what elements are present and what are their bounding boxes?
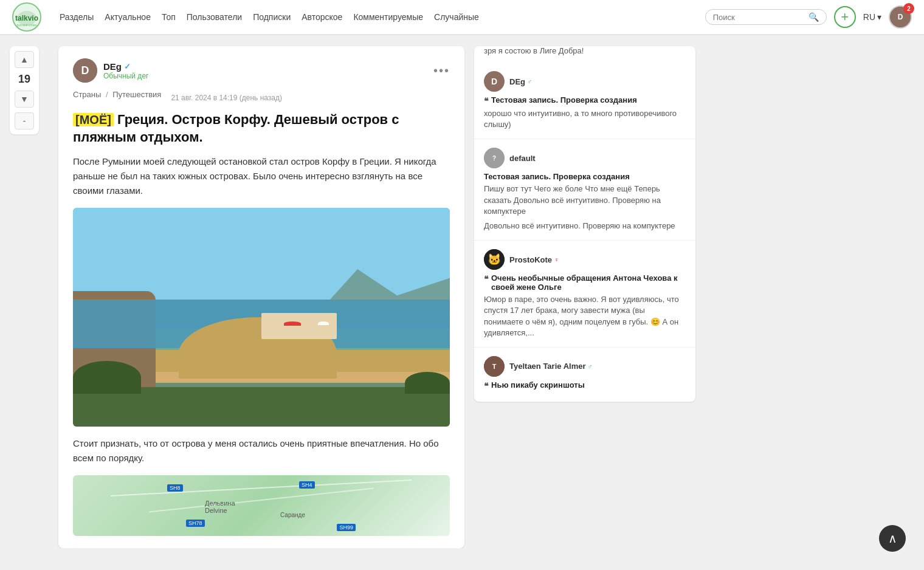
quote-icon: ❝: [484, 96, 489, 106]
left-sidebar: ▲ 19 ▼ -: [0, 34, 49, 548]
svg-text:talkvio: talkvio: [15, 14, 38, 22]
comment-text: Юмор в паре, это очень важно. Я вот удив…: [484, 294, 686, 338]
search-icon[interactable]: 🔍: [808, 12, 819, 22]
comment-name[interactable]: Tyeltaen Tarie Almer ♂: [509, 362, 593, 371]
nav-kommentiruemye[interactable]: Комментируемые: [353, 12, 423, 22]
comment-post-title[interactable]: ❝ Тестовая запись. Проверка создания: [484, 95, 686, 106]
author-role: Обычный дег: [103, 72, 148, 80]
map-badge-sh99: SH99: [337, 524, 356, 531]
comment-text: хорошо что интуитивно, а то много против…: [484, 108, 686, 130]
author-avatar[interactable]: D: [73, 58, 97, 83]
article-card: D DEg ✓ Обычный дег ••• Страны /: [58, 46, 464, 548]
map-label-sarande: Саранде: [280, 512, 305, 518]
svg-text:русское слово: русское слово: [17, 23, 37, 27]
vote-box: ▲ 19 ▼ -: [10, 46, 39, 134]
breadcrumb-part1[interactable]: Страны: [73, 90, 101, 99]
comment-avatar[interactable]: D: [484, 71, 505, 92]
gender-icon: ♂: [527, 78, 532, 85]
nav-polzovateli[interactable]: Пользователи: [187, 12, 242, 22]
nav-podpiski[interactable]: Подписки: [253, 12, 291, 22]
comment-text-2: Довольно всё интуитивно. Проверяю на ком…: [484, 221, 686, 232]
breadcrumb: Страны / Путешествия: [73, 90, 161, 99]
breadcrumb-sep: /: [106, 90, 110, 99]
page-layout: ▲ 19 ▼ - D DEg ✓ Обычный де: [0, 34, 924, 548]
quote-icon: ❝: [484, 381, 489, 391]
comment-name[interactable]: default: [509, 154, 536, 163]
notification-badge: 2: [903, 3, 914, 14]
right-sidebar: зря я состою в Лиге Добра! D DEg ♂ ❝ Тес…: [474, 34, 705, 548]
comment-item: 🐱 ProstoKote ♀ ❝ Очень необычные обращен…: [474, 241, 695, 348]
comment-author-row: ? default: [484, 148, 686, 168]
scroll-top-button[interactable]: ∧: [879, 525, 906, 548]
comment-avatar[interactable]: 🐱: [484, 249, 505, 270]
article-tag-mine: [МОЁ]: [73, 113, 114, 126]
comment-avatar[interactable]: ?: [484, 148, 505, 168]
user-avatar-wrap[interactable]: D 2: [889, 5, 912, 29]
vote-minus-button[interactable]: -: [15, 112, 34, 129]
vote-count: 19: [18, 70, 30, 88]
map-badge-sh4: SH4: [299, 481, 315, 489]
search-input[interactable]: [713, 13, 808, 22]
comment-text: Пишу вот тут Чего же боле Что мне ещё Те…: [484, 184, 686, 217]
logo-circle: talkvio русское слово: [12, 2, 41, 32]
article-title: [МОЁ] Греция. Остров Корфу. Дешевый остр…: [73, 111, 450, 146]
comment-item: T Tyeltaen Tarie Almer ♂ ❝ Нью пикабу ск…: [474, 348, 695, 402]
comment-name[interactable]: ProstoKote ♀: [509, 255, 559, 264]
map-badge-sh8: SH8: [167, 484, 183, 492]
comment-author-row: D DEg ♂: [484, 71, 686, 92]
header-right: 🔍 + RU ▾ D 2: [705, 5, 912, 29]
comment-post-title[interactable]: Тестовая запись. Проверка создания: [484, 172, 686, 181]
article-main-image: [73, 208, 450, 427]
map-badge-sh78: SH78: [186, 520, 205, 527]
logo[interactable]: talkvio русское слово: [12, 2, 41, 32]
map-label-delvina: Дельвина Delvine: [205, 500, 235, 514]
nav-aktualnoe[interactable]: Актуальное: [105, 12, 151, 22]
author-name[interactable]: DEg ✓: [103, 61, 148, 72]
gender-icon: ♂: [587, 363, 592, 370]
chevron-down-icon: ▾: [877, 12, 881, 22]
more-options-button[interactable]: •••: [433, 64, 450, 78]
nav-avtorskoe[interactable]: Авторское: [302, 12, 342, 22]
main-nav: Разделы Актуальное Топ Пользователи Подп…: [60, 12, 705, 22]
vote-down-button[interactable]: ▼: [15, 91, 34, 108]
comment-post-title[interactable]: ❝ Очень необычные обращения Антона Чехов…: [484, 273, 686, 292]
verified-icon: ✓: [124, 62, 131, 71]
nav-top[interactable]: Топ: [162, 12, 176, 22]
comment-author-row: T Tyeltaen Tarie Almer ♂: [484, 356, 686, 377]
gender-icon-female: ♀: [554, 256, 559, 263]
search-box[interactable]: 🔍: [705, 9, 827, 25]
main-content: D DEg ✓ Обычный дег ••• Страны /: [49, 34, 474, 548]
comment-avatar[interactable]: T: [484, 356, 505, 377]
comment-item: ? default Тестовая запись. Проверка созд…: [474, 139, 695, 241]
sidebar-comments-card: зря я состою в Лиге Добра! D DEg ♂ ❝ Тес…: [474, 46, 695, 402]
article-map-image: SH8 SH4 SH78 SH99 Дельвина Delvine Саран…: [73, 475, 450, 536]
vote-up-button[interactable]: ▲: [15, 51, 34, 68]
breadcrumb-part2[interactable]: Путешествия: [112, 90, 161, 99]
article-date: 21 авг. 2024 в 14:19 (день назад): [171, 94, 282, 102]
comment-name[interactable]: DEg ♂: [509, 77, 532, 86]
article-body-2: Стоит признать, что от острова у меня ос…: [73, 436, 450, 465]
article-author-row: D DEg ✓ Обычный дег •••: [73, 58, 450, 83]
author-left: D DEg ✓ Обычный дег: [73, 58, 148, 83]
lang-selector[interactable]: RU ▾: [863, 12, 881, 22]
header: talkvio русское слово Разделы Актуальное…: [0, 0, 924, 34]
comment-item: D DEg ♂ ❝ Тестовая запись. Проверка созд…: [474, 63, 695, 139]
article-body-1: После Румынии моей следующей остановкой …: [73, 154, 450, 198]
add-post-button[interactable]: +: [834, 6, 856, 28]
quote-icon: ❝: [484, 274, 489, 284]
chevron-up-icon: ∧: [888, 531, 897, 546]
comment-author-row: 🐱 ProstoKote ♀: [484, 249, 686, 270]
nav-sluchaynye[interactable]: Случайные: [434, 12, 479, 22]
comment-post-title[interactable]: ❝ Нью пикабу скриншоты: [484, 380, 686, 391]
nav-razdelы[interactable]: Разделы: [60, 12, 94, 22]
sidebar-top-text: зря я состою в Лиге Добра!: [474, 46, 695, 63]
